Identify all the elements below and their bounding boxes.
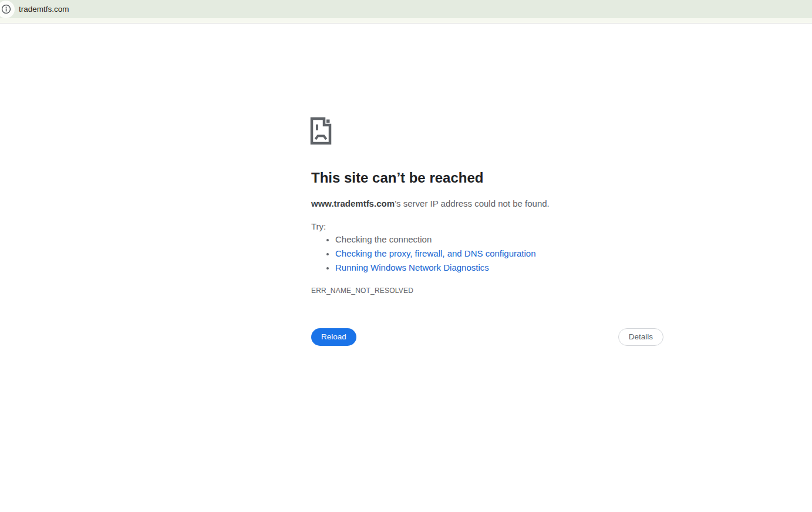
- suggestion-check-connection: Checking the connection: [335, 233, 536, 247]
- omnibox-bar: trademtfs.com: [0, 0, 812, 18]
- site-info-button[interactable]: [0, 1, 15, 18]
- toolbar-strip: [0, 18, 812, 23]
- url-text[interactable]: trademtfs.com: [19, 5, 69, 14]
- error-message: www.trademtfs.com’s server IP address co…: [311, 198, 550, 208]
- info-icon: [1, 4, 11, 14]
- proxy-firewall-dns-link[interactable]: Checking the proxy, firewall, and DNS co…: [335, 247, 536, 261]
- details-button[interactable]: Details: [618, 328, 663, 346]
- reload-button[interactable]: Reload: [311, 328, 356, 346]
- page-title: This site can’t be reached: [311, 170, 483, 186]
- try-label: Try:: [311, 221, 326, 231]
- error-message-suffix: ’s server IP address could not be found.: [395, 198, 550, 208]
- error-code: ERR_NAME_NOT_RESOLVED: [311, 287, 413, 295]
- suggestion-list: Checking the connection Checking the pro…: [311, 233, 536, 275]
- button-row: Reload Details: [311, 328, 663, 346]
- error-page: This site can’t be reached www.trademtfs…: [311, 117, 663, 363]
- sad-file-icon: [310, 117, 332, 147]
- network-diagnostics-link[interactable]: Running Windows Network Diagnostics: [335, 261, 536, 275]
- error-domain: www.trademtfs.com: [311, 198, 395, 208]
